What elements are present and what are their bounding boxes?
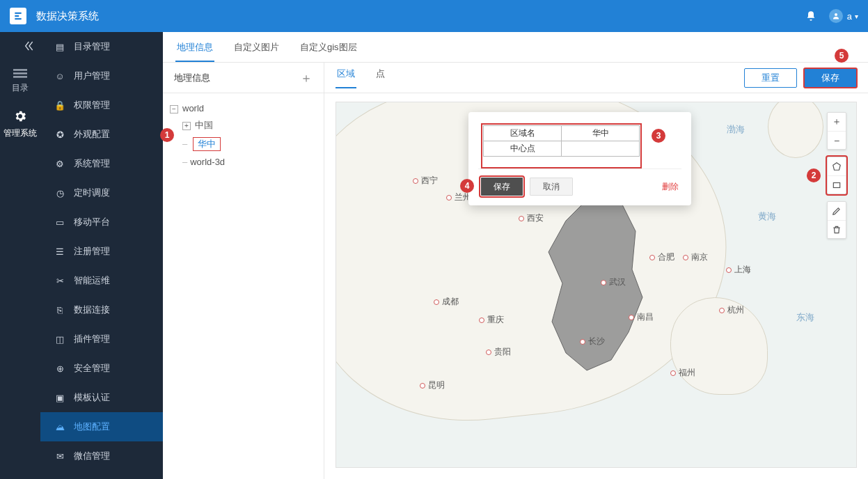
tree-leaf-dash: – [182, 139, 187, 149]
city-marker: 南京 [683, 251, 708, 263]
expand-icon[interactable]: + [182, 122, 191, 130]
notifications-icon[interactable] [805, 10, 816, 22]
city-marker: 上海 [726, 264, 751, 276]
list-icon: ▤ [54, 42, 65, 52]
tree-node-china[interactable]: +中国 [170, 116, 317, 134]
avatar-icon [829, 9, 843, 23]
rail-item-catalog[interactable]: 目录 [0, 61, 40, 102]
subtab-point[interactable]: 点 [374, 68, 386, 88]
nav-rail: 目录 管理系统 [0, 32, 40, 479]
top-bar: 数据决策系统 a ▾ [0, 0, 868, 32]
sidebar-item-catalog-mgmt[interactable]: ▤目录管理 [40, 32, 163, 61]
zoom-in-button[interactable]: ＋ [828, 113, 846, 131]
sidebar-item-system[interactable]: ⚙系统管理 [40, 149, 163, 178]
sidebar-item-ops[interactable]: ✂智能运维 [40, 266, 163, 295]
mobile-icon: ▭ [54, 217, 65, 228]
wechat-icon: ✉ [54, 451, 65, 462]
city-marker: 杭州 [719, 304, 744, 316]
tab-geo-info[interactable]: 地理信息 [175, 41, 214, 62]
sea-label: 黄海 [758, 210, 776, 223]
city-marker: 南昌 [629, 311, 654, 323]
region-name-label: 区域名 [484, 126, 562, 141]
center-value[interactable] [562, 141, 640, 157]
user-menu[interactable]: a ▾ [829, 9, 858, 23]
region-table: 区域名 华中 中心点 [483, 125, 640, 157]
reset-button[interactable]: 重置 [744, 68, 797, 88]
tab-custom-gis[interactable]: 自定义gis图层 [299, 41, 358, 62]
sidebar-item-mobile[interactable]: ▭移动平台 [40, 207, 163, 237]
city-marker: 重庆 [479, 314, 504, 326]
shield-icon: ⊕ [54, 363, 65, 374]
tree-panel: 地理信息 ＋ −world +中国 – 华中 –world-3d [163, 63, 324, 479]
sidebar-item-datasource[interactable]: ⎘数据连接 [40, 295, 163, 324]
sidebar-item-scheduler[interactable]: ◷定时调度 [40, 178, 163, 207]
tree-node-world3d[interactable]: –world-3d [170, 154, 317, 170]
svg-point-0 [835, 13, 837, 16]
tree-node-huazhong[interactable]: – 华中 [170, 134, 317, 154]
gear-icon: ⚙ [54, 159, 65, 169]
sidebar-item-permission[interactable]: 🔒权限管理 [40, 91, 163, 120]
zoom-out-button[interactable]: − [828, 131, 846, 149]
sidebar-item-wechat[interactable]: ✉微信管理 [40, 441, 163, 471]
rail-item-admin[interactable]: 管理系统 [0, 102, 40, 148]
palette-icon: ✪ [54, 129, 65, 140]
annotation-badge: 4 [460, 179, 474, 193]
sidebar-item-register[interactable]: ☰注册管理 [40, 237, 163, 266]
rail-item-label: 目录 [12, 83, 29, 93]
tree-node-world[interactable]: −world [170, 100, 317, 116]
user-icon: ☺ [54, 71, 65, 81]
city-marker: 贵阳 [486, 346, 511, 358]
svg-rect-2 [13, 72, 27, 74]
sidebar-item-user-mgmt[interactable]: ☺用户管理 [40, 61, 163, 91]
main-area: 地理信息 自定义图片 自定义gis图层 地理信息 ＋ −world +中国 [163, 32, 868, 479]
tree-panel-title: 地理信息 [174, 72, 210, 84]
main-tabs: 地理信息 自定义图片 自定义gis图层 [163, 32, 868, 63]
save-button[interactable]: 保存 [804, 68, 857, 88]
delete-shape-button[interactable] [828, 220, 846, 238]
region-name-value[interactable]: 华中 [562, 126, 640, 141]
cert-icon: ▣ [54, 393, 65, 403]
user-name: a [847, 11, 852, 22]
clock-icon: ◷ [54, 188, 65, 198]
center-label: 中心点 [484, 141, 562, 157]
plugin-icon: ◫ [54, 334, 65, 345]
sea-label: 渤海 [727, 123, 745, 136]
collapse-rail-icon[interactable] [24, 40, 35, 54]
city-marker: 武汉 [601, 276, 626, 288]
add-node-icon[interactable]: ＋ [300, 72, 313, 84]
draw-polygon-button[interactable] [828, 157, 846, 175]
map-canvas[interactable]: 渤海 黄海 东海 西宁 兰州 西安 成都 重庆 贵阳 昆明 长沙 武汉 南昌 合… [336, 102, 857, 468]
card-icon: ☰ [54, 246, 65, 257]
sidebar-item-appearance[interactable]: ✪外观配置 [40, 120, 163, 149]
annotation-badge: 3 [652, 129, 665, 143]
map-controls: ＋ − 2 [827, 112, 846, 239]
link-icon: ⎘ [54, 305, 65, 315]
sidebar-item-map-config[interactable]: ⛰地图配置 [40, 412, 163, 441]
draw-rectangle-button[interactable] [828, 175, 846, 194]
city-marker: 兰州 [446, 191, 471, 203]
popup-cancel-button[interactable]: 取消 [530, 178, 573, 196]
region-edit-popup: 区域名 华中 中心点 3 [468, 112, 691, 205]
rail-item-label: 管理系统 [3, 128, 37, 138]
popup-delete-button[interactable]: 删除 [662, 181, 679, 193]
sidebar-item-template[interactable]: ▣模板认证 [40, 383, 163, 412]
app-title: 数据决策系统 [36, 10, 99, 23]
app-logo [10, 8, 26, 24]
chevron-down-icon: ▾ [855, 13, 858, 20]
annotation-badge: 2 [807, 168, 821, 182]
popup-save-button[interactable]: 保存 [481, 178, 523, 196]
edit-shape-button[interactable] [828, 202, 846, 220]
sidebar-item-security[interactable]: ⊕安全管理 [40, 354, 163, 383]
collapse-icon[interactable]: − [170, 105, 178, 113]
svg-marker-4 [833, 163, 841, 171]
tab-custom-image[interactable]: 自定义图片 [232, 41, 281, 62]
sea-label: 东海 [796, 311, 814, 324]
city-marker: 福州 [670, 367, 695, 379]
sidebar-item-plugin[interactable]: ◫插件管理 [40, 324, 163, 354]
city-marker: 西安 [519, 212, 544, 224]
tree: −world +中国 – 华中 –world-3d 1 [163, 93, 324, 177]
city-marker: 昆明 [420, 379, 445, 391]
annotation-badge: 5 [835, 49, 849, 63]
city-marker: 长沙 [580, 336, 605, 347]
subtab-region[interactable]: 区域 [336, 68, 356, 88]
